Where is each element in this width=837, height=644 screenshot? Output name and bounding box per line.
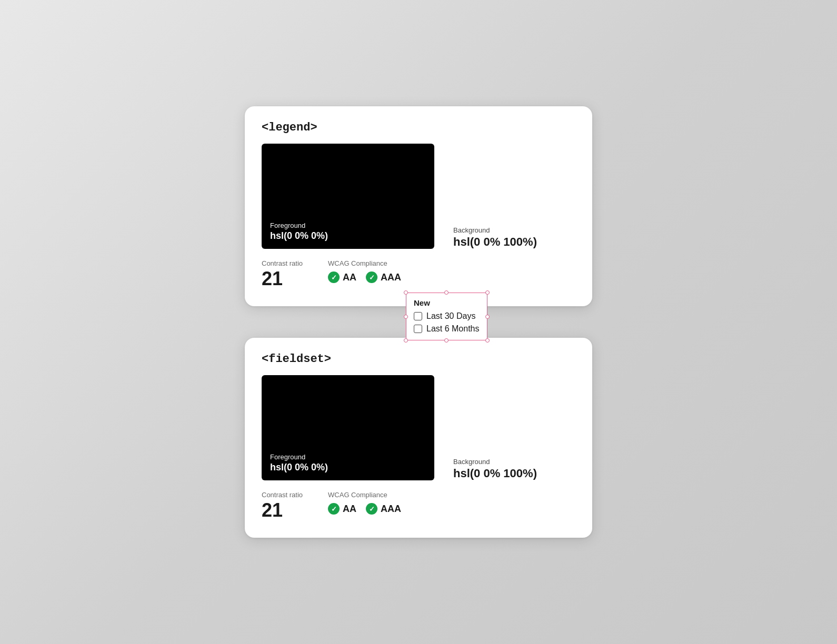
aaa-label-legend: AAA (381, 272, 401, 283)
contrast-ratio-block-fieldset: Contrast ratio 21 (262, 491, 303, 521)
selection-box: New Last 30 Days Last 6 Months (406, 293, 487, 340)
dropdown-item-label-1: Last 6 Months (426, 324, 480, 334)
aaa-label-fieldset: AAA (381, 504, 401, 515)
contrast-ratio-value-legend: 21 (262, 268, 303, 289)
wcag-badges-fieldset: AA AAA (328, 503, 401, 515)
background-value-fieldset: hsl(0 0% 100%) (453, 467, 537, 480)
dropdown-item-label-0: Last 30 Days (426, 311, 475, 321)
background-label: Background (453, 226, 537, 234)
dropdown-overlay: New Last 30 Days Last 6 Months (406, 293, 487, 340)
handle-tl[interactable] (404, 290, 408, 295)
wcag-aaa-badge-fieldset: AAA (366, 503, 401, 515)
aa-label-legend: AA (343, 272, 356, 283)
dropdown-item-1[interactable]: Last 6 Months (414, 324, 480, 334)
contrast-ratio-label-fieldset: Contrast ratio (262, 491, 303, 499)
foreground-label-preview-fieldset: Foreground (270, 453, 426, 461)
background-value: hsl(0 0% 100%) (453, 235, 537, 249)
dropdown-label: New (414, 298, 480, 307)
aa-label-fieldset: AA (343, 504, 356, 515)
cards-container: <legend> Foreground hsl(0 0% 0%) Backgro… (245, 106, 592, 537)
bg-color-info-legend: Background hsl(0 0% 100%) (453, 226, 537, 249)
legend-card: <legend> Foreground hsl(0 0% 0%) Backgro… (245, 106, 592, 306)
foreground-value-preview-fieldset: hsl(0 0% 0%) (270, 462, 426, 473)
foreground-label-preview: Foreground (270, 222, 426, 229)
wcag-block-legend: WCAG Compliance AA AAA (328, 259, 401, 283)
legend-card-title: <legend> (262, 121, 575, 134)
aaa-check-icon-fieldset (366, 503, 377, 515)
color-preview-fieldset: Foreground hsl(0 0% 0%) (262, 375, 434, 480)
wcag-aaa-badge-legend: AAA (366, 271, 401, 283)
foreground-value-preview: hsl(0 0% 0%) (270, 230, 426, 242)
contrast-ratio-label-legend: Contrast ratio (262, 259, 303, 267)
metrics-row-legend: Contrast ratio 21 WCAG Compliance AA AAA (262, 259, 575, 289)
dropdown-item-0[interactable]: Last 30 Days (414, 311, 480, 321)
background-label-fieldset: Background (453, 458, 537, 466)
contrast-ratio-block-legend: Contrast ratio 21 (262, 259, 303, 289)
handle-tr[interactable] (485, 290, 490, 295)
handle-br[interactable] (485, 338, 490, 343)
wcag-badges-legend: AA AAA (328, 271, 401, 283)
handle-ml[interactable] (404, 315, 408, 319)
aaa-check-icon-legend (366, 271, 377, 283)
wcag-aa-badge-fieldset: AA (328, 503, 356, 515)
fieldset-card: <fieldset> Foreground hsl(0 0% 0%) Backg… (245, 338, 592, 538)
preview-and-bg: Foreground hsl(0 0% 0%) Background hsl(0… (262, 144, 575, 249)
aa-check-icon-legend (328, 271, 340, 283)
wcag-label-fieldset: WCAG Compliance (328, 491, 401, 499)
handle-mr[interactable] (485, 315, 490, 319)
checkbox-last-30-days[interactable] (414, 312, 422, 320)
wcag-block-fieldset: WCAG Compliance AA AAA (328, 491, 401, 515)
metrics-row-fieldset: Contrast ratio 21 WCAG Compliance AA AAA (262, 491, 575, 521)
fieldset-card-title: <fieldset> (262, 353, 575, 366)
bg-color-info-fieldset: Background hsl(0 0% 100%) (453, 458, 537, 480)
checkbox-last-6-months[interactable] (414, 325, 422, 333)
contrast-ratio-value-fieldset: 21 (262, 500, 303, 521)
wcag-aa-badge-legend: AA (328, 271, 356, 283)
handle-tm[interactable] (444, 290, 449, 295)
color-preview-legend: Foreground hsl(0 0% 0%) (262, 144, 434, 249)
preview-and-bg-fieldset: Foreground hsl(0 0% 0%) Background hsl(0… (262, 375, 575, 480)
aa-check-icon-fieldset (328, 503, 340, 515)
wcag-label-legend: WCAG Compliance (328, 259, 401, 267)
